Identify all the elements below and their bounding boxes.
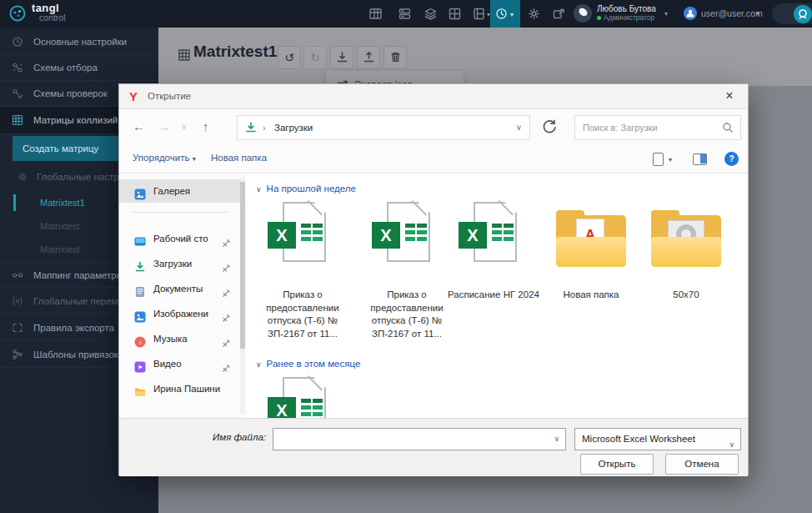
support-icon <box>794 5 812 23</box>
section-last-week[interactable]: ∨На прошлой неделе <box>256 184 356 194</box>
models-table-icon[interactable] <box>368 7 383 21</box>
screen: tangl control ▾ ▾ Любовь Бутова Админист… <box>0 0 812 513</box>
organize-menu[interactable]: Упорядочить ▾ <box>133 153 196 163</box>
account-email[interactable]: user@user.com <box>701 7 763 21</box>
cancel-button[interactable]: Отмена <box>665 454 739 475</box>
place-desktop[interactable]: Рабочий сто <box>119 227 240 250</box>
search-placeholder: Поиск в: Загрузки <box>583 116 658 139</box>
settings-gear-icon[interactable] <box>527 7 541 21</box>
address-chevron-icon[interactable]: ∨ <box>516 116 522 139</box>
variables-icon <box>12 295 23 307</box>
brand: tangl control <box>32 3 66 23</box>
pin-icon <box>221 259 231 269</box>
matrix-active-indicator <box>13 194 16 211</box>
mapping-icon <box>12 269 23 281</box>
file-item[interactable]: 50x70 <box>639 200 733 284</box>
folder-small-icon <box>134 383 146 395</box>
filename-label: Имя файла: <box>203 432 266 442</box>
clock-icon <box>12 36 23 48</box>
place-user-folder[interactable]: Ирина Пашини <box>119 377 240 400</box>
filename-input[interactable]: ∨ <box>273 428 566 450</box>
dialog-title: Открытие <box>148 91 191 101</box>
forward-icon[interactable]: → <box>158 119 170 133</box>
history-tool-active[interactable]: ▾ <box>490 0 520 28</box>
excel-file-icon: X <box>256 375 349 418</box>
user-avatar[interactable] <box>574 4 592 23</box>
filetype-select[interactable]: Microsoft Excel Worksheet ∨ <box>574 428 741 450</box>
section-chevron-icon: ∨ <box>256 185 262 194</box>
check-scheme-icon <box>12 88 23 99</box>
place-downloads[interactable]: Загрузки <box>119 252 240 275</box>
folder-image-icon <box>639 200 733 284</box>
export-window-icon[interactable] <box>552 7 566 21</box>
place-videos[interactable]: Видео <box>119 352 240 375</box>
place-documents[interactable]: Документы <box>119 277 240 300</box>
places-scrollbar[interactable] <box>240 177 245 414</box>
matrix-grid-icon[interactable] <box>448 7 462 21</box>
music-icon: ♪ <box>134 333 146 345</box>
history-chevron-icon[interactable]: ∨ <box>181 122 187 131</box>
file-list: ∨На прошлой неделе X Приказ о предоставл… <box>246 174 748 418</box>
place-music[interactable]: ♪ Музыка <box>119 327 240 350</box>
excel-file-icon: X <box>256 200 349 284</box>
history-chevron-icon: ▾ <box>510 11 514 18</box>
videos-icon <box>134 358 146 370</box>
dialog-navrow: ← → ∨ ↑ › Загрузки ∨ Поиск в: Загрузки <box>119 109 748 146</box>
support-toggle[interactable] <box>772 3 812 24</box>
filetype-chevron-icon: ∨ <box>729 435 734 455</box>
file-open-dialog: Y Открытие × ← → ∨ ↑ › Загрузки ∨ Поиск … <box>118 83 749 475</box>
file-item[interactable]: X Расписание НГ 2024 <box>447 200 540 284</box>
close-icon[interactable]: × <box>721 88 738 103</box>
address-location: Загрузки <box>274 116 313 139</box>
dialog-toolbar: Упорядочить ▾ Новая папка ▾ ? <box>119 146 748 173</box>
help-icon[interactable]: ? <box>724 152 739 166</box>
place-pictures[interactable]: Изображени <box>119 302 240 325</box>
downloads-folder-icon <box>244 121 258 134</box>
search-input[interactable]: Поиск в: Загрузки <box>574 115 741 140</box>
open-button[interactable]: Открыть <box>580 454 654 475</box>
bindings-icon <box>12 349 23 360</box>
topbar: tangl control ▾ ▾ Любовь Бутова Админист… <box>0 0 812 28</box>
account-chevron-icon[interactable]: ▾ <box>756 10 759 18</box>
dialog-titlebar[interactable]: Y Открытие × <box>119 84 748 109</box>
user-menu-chevron-icon[interactable]: ▾ <box>664 10 668 18</box>
section-earlier-this-month[interactable]: ∨Ранее в этом месяце <box>256 359 360 369</box>
filename-chevron-icon[interactable]: ∨ <box>554 435 559 443</box>
sidebar-item-main-settings[interactable]: Основные настройки <box>0 29 158 55</box>
gallery-icon <box>134 185 146 197</box>
back-icon[interactable]: ← <box>133 119 145 133</box>
address-bar[interactable]: › Загрузки ∨ <box>237 115 530 140</box>
places-nav: Галерея Рабочий сто Загрузки Документы <box>119 174 240 418</box>
refresh-icon[interactable] <box>540 118 560 138</box>
file-name: Расписание НГ 2024 <box>447 289 540 302</box>
file-item[interactable]: X Приказ о предоставлении отпуска (Т-6) … <box>256 200 349 284</box>
places-divider <box>131 212 229 213</box>
crumb-separator-icon: › <box>263 116 266 139</box>
pin-icon <box>221 234 231 244</box>
file-item[interactable]: X Приказ о предоставлении отпуска (Т-6) … <box>360 200 454 284</box>
new-folder-button[interactable]: Новая папка <box>211 153 267 163</box>
file-item-partial[interactable]: X <box>256 375 349 418</box>
view-mode-icon[interactable] <box>653 153 664 166</box>
place-gallery[interactable]: Галерея <box>119 179 240 203</box>
preview-pane-icon[interactable] <box>693 153 707 165</box>
export-rules-icon <box>12 322 23 334</box>
pin-icon <box>221 334 231 344</box>
file-item[interactable]: A Новая папка <box>544 200 638 284</box>
layers-icon[interactable] <box>424 7 438 21</box>
file-name: Приказ о предоставлении отпуска (Т-6) № … <box>360 289 454 340</box>
account-person-icon <box>684 7 697 20</box>
user-info[interactable]: Любовь Бутова Администратор <box>597 4 656 22</box>
downloads-icon <box>134 258 146 269</box>
places-scrollbar-thumb[interactable] <box>240 182 245 349</box>
sidebar-item-selection-schemes[interactable]: Схемы отбора <box>0 55 158 81</box>
view-mode-chevron-icon[interactable]: ▾ <box>669 156 672 163</box>
book-grid-icon[interactable] <box>472 7 486 21</box>
matrix-table-icon <box>12 114 23 126</box>
file-name: Приказ о предоставлении отпуска (Т-6) № … <box>256 289 349 340</box>
pin-icon <box>221 359 231 369</box>
up-icon[interactable]: ↑ <box>203 119 209 133</box>
server-icon[interactable] <box>398 7 412 21</box>
brand-sub: control <box>39 13 66 23</box>
user-role: Администратор <box>604 13 654 22</box>
